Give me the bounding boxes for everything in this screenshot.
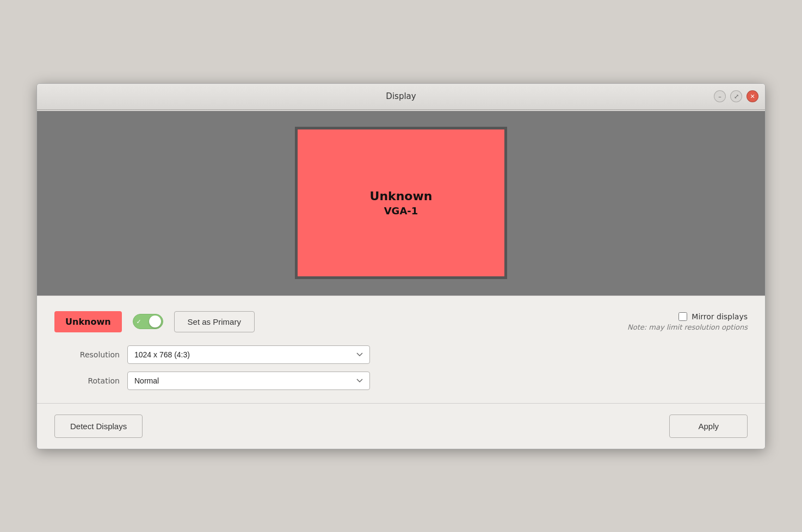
close-button[interactable]: ✕: [747, 90, 758, 102]
display-toggle[interactable]: ✓: [133, 314, 163, 329]
window-controls: – ⤢ ✕: [714, 90, 758, 102]
mirror-area: Mirror displays Note: may limit resoluti…: [627, 312, 748, 331]
mirror-label-row[interactable]: Mirror displays: [627, 312, 748, 321]
resolution-select[interactable]: 1024 x 768 (4:3) 800 x 600 (4:3) 1280 x …: [127, 345, 370, 364]
monitor-port-label: VGA-1: [384, 205, 418, 216]
resolution-label: Resolution: [54, 350, 120, 359]
rotation-label: Rotation: [54, 376, 120, 385]
restore-button[interactable]: ⤢: [730, 90, 742, 102]
titlebar: Display – ⤢ ✕: [37, 84, 765, 110]
detect-displays-button[interactable]: Detect Displays: [54, 415, 143, 438]
settings-grid: Resolution 1024 x 768 (4:3) 800 x 600 (4…: [54, 345, 370, 390]
toggle-knob: [149, 316, 161, 327]
controls-area: Unknown ✓ Set as Primary Mirror displays…: [37, 296, 765, 403]
window-title: Display: [386, 91, 416, 101]
minimize-button[interactable]: –: [714, 90, 726, 102]
top-controls-row: Unknown ✓ Set as Primary Mirror displays…: [54, 311, 748, 332]
rotation-select[interactable]: Normal Left Right Upside Down: [127, 372, 370, 390]
mirror-note: Note: may limit resolution options: [627, 323, 748, 331]
display-preview-area: Unknown VGA-1: [37, 111, 765, 296]
mirror-checkbox[interactable]: [678, 312, 687, 321]
set-primary-button[interactable]: Set as Primary: [174, 311, 255, 332]
display-badge: Unknown: [54, 311, 122, 332]
monitor-display-name: Unknown: [370, 189, 433, 203]
display-window: Display – ⤢ ✕ Unknown VGA-1 Unknown ✓: [36, 83, 766, 449]
monitor-box[interactable]: Unknown VGA-1: [295, 127, 507, 279]
apply-button[interactable]: Apply: [669, 415, 748, 438]
bottom-bar: Detect Displays Apply: [37, 403, 765, 449]
toggle-check-icon: ✓: [137, 318, 141, 325]
mirror-label-text: Mirror displays: [692, 312, 748, 321]
